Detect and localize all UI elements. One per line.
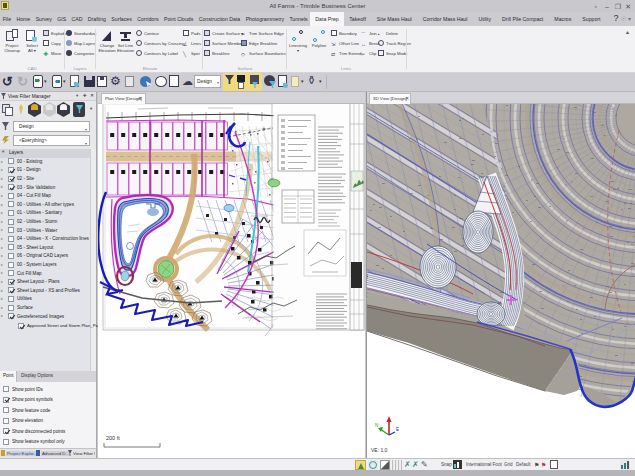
svg-text:E: E xyxy=(396,427,399,432)
svg-text:200 ft: 200 ft xyxy=(106,435,120,441)
svg-text:VE: 1.0: VE: 1.0 xyxy=(371,447,388,453)
svg-text:N: N xyxy=(375,423,378,428)
